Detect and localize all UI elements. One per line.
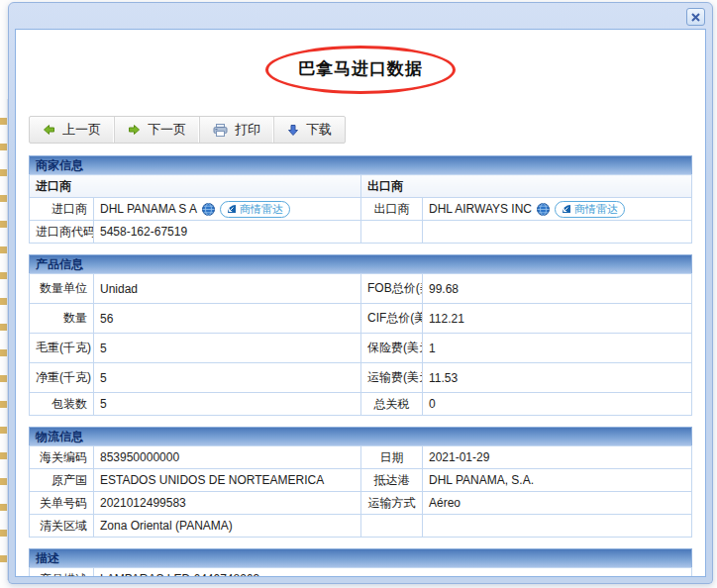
field-value: Unidad <box>94 274 361 304</box>
field-value: DHL PANAMA, S.A. <box>423 469 692 492</box>
exporter-label: 出口商 <box>361 198 423 221</box>
field-value: 0 <box>423 393 692 416</box>
importer-code-label: 进口商代码 <box>30 221 94 244</box>
field-value: Aéreo <box>423 492 692 515</box>
field-value: 99.68 <box>423 274 692 304</box>
table-row: 进口商代码 5458-162-67519 <box>30 221 692 244</box>
empty-cell <box>423 221 692 244</box>
close-button[interactable] <box>686 8 705 26</box>
globe-icon[interactable] <box>202 203 215 216</box>
prev-page-label: 上一页 <box>62 121 101 139</box>
pager-toolbar: 上一页 下一页 打印 下载 <box>29 116 346 144</box>
field-value: Zona Oriental (PANAMA) <box>94 515 361 538</box>
field-label: FOB总价(美元) <box>361 274 423 304</box>
field-label: 总关税 <box>361 393 423 416</box>
field-label: 运输方式 <box>361 492 423 515</box>
dialog-content-panel: 巴拿马进口数据 上一页 下一页 <box>15 29 706 577</box>
field-value: 853950000000 <box>94 446 361 469</box>
logistics-table: 海关编码 853950000000 日期 2021-01-29 原产国 ESTA… <box>29 445 692 538</box>
table-row: 毛重(千克) 5 保险费(美元) 1 <box>30 334 692 363</box>
merchant-table: 进口商 出口商 进口商 DHL PANAMA S A <box>29 174 692 244</box>
section-header-merchant: 商家信息 <box>29 155 692 174</box>
field-label <box>361 515 423 538</box>
field-label: 毛重(千克) <box>30 334 94 363</box>
printer-icon <box>213 124 228 137</box>
description-table: 产品描述 LAMPARAS LED 6440748263 编码描述 <box>29 567 692 577</box>
table-row: 包装数 5 总关税 0 <box>30 393 692 416</box>
table-row: 关单号码 2021012499583 运输方式 Aéreo <box>30 492 692 515</box>
arrow-left-icon <box>43 124 55 136</box>
field-value: 2021012499583 <box>94 492 361 515</box>
globe-icon[interactable] <box>537 203 550 216</box>
section-logistics-info: 物流信息 海关编码 853950000000 日期 2021-01-29 原产国… <box>29 427 692 538</box>
print-label: 打印 <box>235 121 260 139</box>
field-value: 5 <box>94 393 361 416</box>
field-label: 清关区域 <box>30 515 94 538</box>
business-radar-label: 商情雷达 <box>574 202 618 217</box>
field-label: 原产国 <box>30 469 94 492</box>
section-merchant-info: 商家信息 进口商 出口商 进口商 DHL PANAMA S A <box>29 155 692 244</box>
table-row: 净重(千克) 5 运输费(美元) 11.53 <box>30 363 692 393</box>
print-button[interactable]: 打印 <box>200 117 274 143</box>
table-row: 进口商 出口商 <box>30 175 692 198</box>
download-label: 下载 <box>306 121 332 139</box>
exporter-group-header: 出口商 <box>361 175 692 198</box>
exporter-name: DHL AIRWAYS INC <box>429 202 532 216</box>
field-label: 数量单位 <box>30 274 94 304</box>
table-row: 数量单位 Unidad FOB总价(美元) 99.68 <box>30 274 692 304</box>
field-value: 1 <box>423 334 692 363</box>
section-header-description: 描述 <box>29 548 692 567</box>
field-label: 净重(千克) <box>30 363 94 393</box>
table-row: 数量 56 CIF总价(美元) 112.21 <box>30 304 692 334</box>
dialog-titlebar[interactable] <box>9 3 712 28</box>
title-block: 巴拿马进口数据 <box>16 46 705 103</box>
field-value: 11.53 <box>423 363 692 393</box>
next-page-label: 下一页 <box>148 121 186 139</box>
section-description: 描述 产品描述 LAMPARAS LED 6440748263 编码描述 <box>29 548 692 577</box>
field-value: 112.21 <box>423 304 692 334</box>
field-label: 日期 <box>361 446 423 469</box>
field-label: 运输费(美元) <box>361 363 423 393</box>
radar-icon <box>562 204 571 214</box>
field-label: 数量 <box>30 304 94 334</box>
field-value: 5 <box>94 363 361 393</box>
field-value: LAMPARAS LED 6440748263 <box>94 568 692 578</box>
import-data-dialog: 巴拿马进口数据 上一页 下一页 <box>8 2 713 584</box>
field-label: CIF总价(美元) <box>361 304 423 334</box>
field-value: 5 <box>94 334 361 363</box>
section-product-info: 产品信息 数量单位 Unidad FOB总价(美元) 99.68 数量 56 C… <box>29 254 692 416</box>
field-value <box>423 515 692 538</box>
close-icon <box>691 13 700 22</box>
field-label: 包装数 <box>30 393 94 416</box>
business-radar-button[interactable]: 商情雷达 <box>555 201 625 218</box>
importer-name: DHL PANAMA S A <box>100 202 197 216</box>
field-label: 产品描述 <box>30 568 94 578</box>
prev-page-button[interactable]: 上一页 <box>30 117 115 143</box>
download-button[interactable]: 下载 <box>274 117 345 143</box>
importer-code-value: 5458-162-67519 <box>94 221 361 244</box>
empty-cell <box>361 221 423 244</box>
red-highlight-ellipse: 巴拿马进口数据 <box>265 46 456 94</box>
background-page-sliver <box>0 99 8 580</box>
business-radar-button[interactable]: 商情雷达 <box>220 201 290 218</box>
field-label: 抵达港 <box>361 469 423 492</box>
section-header-product: 产品信息 <box>29 254 692 273</box>
field-label: 海关编码 <box>30 446 94 469</box>
page-title: 巴拿马进口数据 <box>298 59 423 78</box>
importer-group-header: 进口商 <box>30 175 361 198</box>
field-value: 2021-01-29 <box>423 446 692 469</box>
field-label: 关单号码 <box>30 492 94 515</box>
arrow-right-icon <box>128 124 141 136</box>
table-row: 清关区域 Zona Oriental (PANAMA) <box>30 515 692 538</box>
field-value: ESTADOS UNIDOS DE NORTEAMERICA <box>94 469 361 492</box>
next-page-button[interactable]: 下一页 <box>115 117 200 143</box>
field-value: 56 <box>94 304 361 334</box>
field-label: 保险费(美元) <box>361 334 423 363</box>
table-row: 产品描述 LAMPARAS LED 6440748263 <box>30 568 692 578</box>
arrow-down-icon <box>287 124 299 137</box>
product-table: 数量单位 Unidad FOB总价(美元) 99.68 数量 56 CIF总价(… <box>29 273 692 416</box>
business-radar-label: 商情雷达 <box>240 202 283 217</box>
importer-label: 进口商 <box>30 198 94 221</box>
table-row: 海关编码 853950000000 日期 2021-01-29 <box>30 446 692 469</box>
radar-icon <box>227 204 237 214</box>
